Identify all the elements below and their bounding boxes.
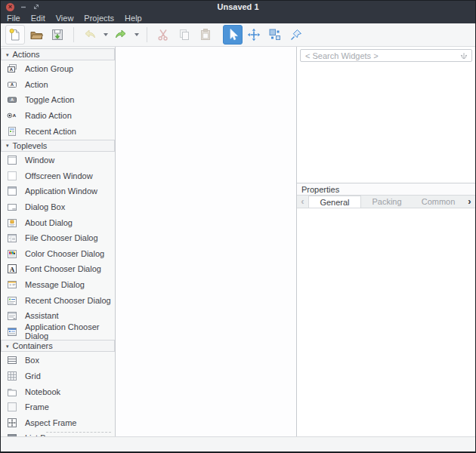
main-content: ▾ActionsAAction GroupAActionAToggle Acti… xyxy=(1,47,475,436)
undo-dropdown-button[interactable] xyxy=(100,25,110,45)
margins-icon xyxy=(267,27,283,42)
menu-file[interactable]: File xyxy=(2,13,26,23)
palette-item-recent-action[interactable]: Recent Action xyxy=(1,123,115,139)
palette-item-label: Toggle Action xyxy=(25,95,74,104)
tab-packing[interactable]: Packing xyxy=(361,196,413,208)
expander-triangle-icon: ▾ xyxy=(6,52,9,57)
palette-item-label: Assistant xyxy=(25,311,59,320)
paste-icon xyxy=(198,27,213,42)
palette-item-window[interactable]: Window xyxy=(1,153,115,168)
action-group-icon: A xyxy=(6,63,18,75)
font-chooser-dialog-icon: A xyxy=(6,263,18,275)
palette-item-offscreen-window[interactable]: Offscreen Window xyxy=(1,168,115,184)
undo-button[interactable] xyxy=(80,25,100,45)
palette-item-box[interactable]: Box xyxy=(1,353,115,368)
svg-text:A: A xyxy=(10,266,15,273)
titlebar[interactable]: × Unsaved 1 xyxy=(1,1,475,13)
properties-content[interactable] xyxy=(297,208,475,436)
palette-item-aspect-frame[interactable]: Aspect Frame xyxy=(1,414,115,430)
right-pane: Properties ‹GeneralPackingCommon› xyxy=(297,47,475,436)
window-icon xyxy=(6,154,18,166)
properties-tabstrip: ‹GeneralPackingCommon› xyxy=(297,195,475,208)
edit-alignment-button[interactable] xyxy=(286,25,306,45)
palette-item-label: Notebook xyxy=(25,387,60,396)
palette-item-message-dialog[interactable]: Message Dialog xyxy=(1,277,115,293)
action-icon: A xyxy=(6,79,18,91)
new-button[interactable] xyxy=(5,25,25,45)
palette-item-label: Color Chooser Dialog xyxy=(25,249,104,258)
redo-dropdown-button[interactable] xyxy=(131,25,141,45)
palette-item-about-dialog[interactable]: About Dialog xyxy=(1,214,115,230)
open-button[interactable] xyxy=(26,25,46,45)
palette-item-color-chooser-dialog[interactable]: Color Chooser Dialog xyxy=(1,246,115,262)
palette-item-label: Recent Chooser Dialog xyxy=(25,296,111,305)
svg-text:A: A xyxy=(10,67,14,72)
menu-edit[interactable]: Edit xyxy=(26,13,51,23)
palette-overflow-dashes xyxy=(46,432,111,433)
palette-item-label: Grid xyxy=(25,371,41,381)
palette-item-file-chooser-dialog[interactable]: File Chooser Dialog xyxy=(1,230,115,246)
palette-item-action[interactable]: AAction xyxy=(1,77,115,93)
tab-general[interactable]: General xyxy=(308,196,361,208)
redo-button[interactable] xyxy=(111,25,131,45)
menu-projects[interactable]: Projects xyxy=(79,13,119,23)
palette-section-containers[interactable]: ▾Containers xyxy=(1,340,115,352)
palette-item-grid[interactable]: Grid xyxy=(1,368,115,384)
palette-item-frame[interactable]: Frame xyxy=(1,399,115,415)
alignment-icon xyxy=(289,27,304,42)
new-document-icon xyxy=(8,27,23,42)
menu-help[interactable]: Help xyxy=(119,13,147,23)
copy-button[interactable] xyxy=(175,25,194,45)
menu-view[interactable]: View xyxy=(51,13,79,23)
recent-action-icon xyxy=(6,125,18,137)
widget-tree-empty-area[interactable] xyxy=(297,64,475,179)
palette-item-label: Frame xyxy=(25,402,49,411)
palette-item-action-group[interactable]: AAction Group xyxy=(1,61,115,77)
palette-section-toplevels[interactable]: ▾Toplevels xyxy=(1,140,115,152)
edit-margins-button[interactable] xyxy=(265,25,285,45)
offscreen-window-icon xyxy=(6,170,18,182)
save-button[interactable] xyxy=(48,25,67,45)
palette-section-label: Actions xyxy=(13,50,40,59)
palette-item-label: Application Window xyxy=(25,186,97,196)
palette-item-label: Radio Action xyxy=(25,111,72,120)
tabs-scroll-left[interactable]: ‹ xyxy=(297,196,308,208)
palette-item-font-chooser-dialog[interactable]: AFont Chooser Dialog xyxy=(1,261,115,277)
design-canvas[interactable] xyxy=(116,47,297,436)
radio-action-icon: A xyxy=(6,109,18,122)
select-widgets-button[interactable] xyxy=(223,25,243,45)
tabs-scroll-right[interactable]: › xyxy=(464,196,475,208)
palette-item-application-chooser-dialog[interactable]: Application Chooser Dialog xyxy=(1,324,115,340)
paste-button[interactable] xyxy=(196,25,215,45)
palette-item-assistant[interactable]: Assistant xyxy=(1,308,115,324)
palette-item-label: Message Dialog xyxy=(25,280,85,289)
notebook-icon xyxy=(6,386,18,398)
palette-item-label: Application Chooser Dialog xyxy=(25,322,115,341)
palette-item-application-window[interactable]: Application Window xyxy=(1,183,115,199)
copy-icon xyxy=(177,27,192,42)
grid-icon xyxy=(6,370,18,382)
palette-section-label: Toplevels xyxy=(13,141,48,150)
properties-pane: Properties ‹GeneralPackingCommon› xyxy=(297,183,475,436)
box-icon xyxy=(6,354,18,366)
menubar: FileEditViewProjectsHelp xyxy=(1,13,475,23)
undo-icon xyxy=(82,27,97,42)
recent-chooser-dialog-icon xyxy=(6,294,18,307)
palette-section-actions[interactable]: ▾Actions xyxy=(1,48,115,60)
list-box-icon xyxy=(6,432,18,436)
drag-resize-button[interactable] xyxy=(244,25,264,45)
properties-title: Properties xyxy=(297,183,475,195)
toolbar-separator xyxy=(73,27,74,42)
cut-button[interactable] xyxy=(153,25,173,45)
palette-item-notebook[interactable]: Notebook xyxy=(1,384,115,399)
palette-item-label: Offscreen Window xyxy=(25,171,93,180)
palette-item-label: Recent Action xyxy=(25,127,76,136)
assistant-icon xyxy=(6,310,18,322)
palette-section-label: Containers xyxy=(13,341,53,350)
palette-item-toggle-action[interactable]: AToggle Action xyxy=(1,92,115,108)
tab-common[interactable]: Common xyxy=(413,196,464,208)
palette-item-recent-chooser-dialog[interactable]: Recent Chooser Dialog xyxy=(1,292,115,308)
palette-item-radio-action[interactable]: ARadio Action xyxy=(1,108,115,124)
palette-item-dialog-box[interactable]: Dialog Box xyxy=(1,199,115,215)
search-widgets-input[interactable] xyxy=(300,49,472,62)
